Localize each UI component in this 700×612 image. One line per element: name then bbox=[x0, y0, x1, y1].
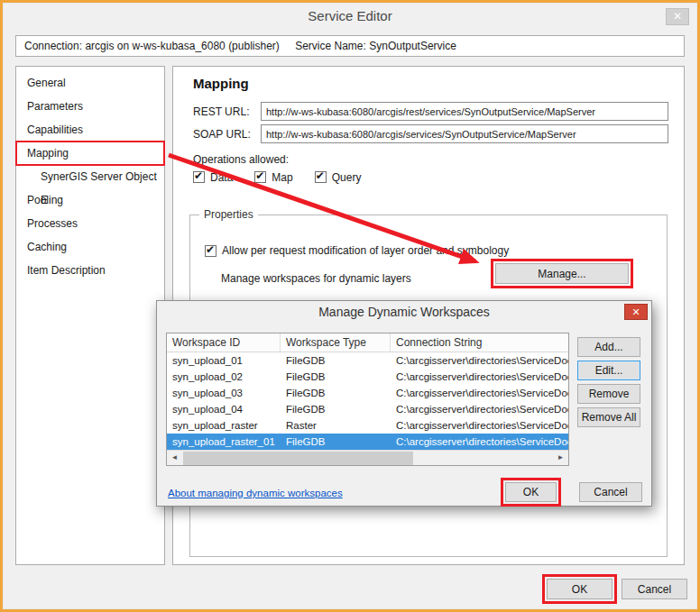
cell-connection-string: C:\arcgisserver\directories\ServiceDocum bbox=[391, 401, 568, 417]
cell-workspace-type: Raster bbox=[281, 417, 391, 434]
dialog-close-icon[interactable]: ✕ bbox=[624, 304, 648, 320]
map-checkbox-label: Map bbox=[272, 171, 292, 184]
sidebar-item-mapping[interactable]: Mapping bbox=[16, 142, 164, 165]
cancel-button[interactable]: Cancel bbox=[622, 579, 687, 599]
scroll-right-icon[interactable]: ► bbox=[553, 451, 568, 465]
cell-connection-string: C:\arcgisserver\directories\ServiceDocum bbox=[391, 434, 568, 450]
column-header-connection-string[interactable]: Connection String bbox=[391, 333, 568, 352]
titlebar: Service Editor ✕ bbox=[3, 3, 697, 32]
sidebar-item-item-description[interactable]: Item Description bbox=[16, 259, 164, 282]
manage-dynamic-workspaces-dialog: Manage Dynamic Workspaces ✕ Workspace ID… bbox=[156, 300, 652, 507]
cell-workspace-type: FileGDB bbox=[281, 385, 391, 401]
sidebar-item-caching[interactable]: Caching bbox=[16, 235, 164, 259]
manage-button[interactable]: Manage... bbox=[495, 263, 629, 284]
cell-workspace-id: syn_upload_01 bbox=[167, 352, 281, 369]
operation-query[interactable]: Query bbox=[315, 171, 362, 184]
manage-workspaces-label: Manage workspaces for dynamic layers bbox=[221, 272, 411, 285]
rest-url-label: REST URL: bbox=[193, 105, 249, 118]
page-title: Mapping bbox=[193, 76, 249, 91]
sidebar-item-synergis-server-object[interactable]: SynerGIS Server Object E bbox=[16, 165, 164, 188]
ok-button[interactable]: OK bbox=[547, 579, 612, 599]
connection-text: Connection: arcgis on w-ws-kubasa_6080 (… bbox=[24, 40, 280, 52]
service-name-text: Service Name: SynOutputService bbox=[295, 40, 456, 52]
rest-url-input[interactable] bbox=[261, 102, 668, 121]
soap-url-label: SOAP URL: bbox=[193, 128, 251, 141]
sidebar-item-parameters[interactable]: Parameters bbox=[16, 95, 164, 118]
dialog-ok-button[interactable]: OK bbox=[505, 482, 557, 502]
cell-connection-string: C:\arcgisserver\directories\ServiceDocum bbox=[391, 369, 568, 385]
operations-checkbox-row: Data Map Query bbox=[193, 171, 361, 184]
column-header-workspace-type[interactable]: Workspace Type bbox=[281, 333, 391, 352]
sidebar: General Parameters Capabilities Mapping … bbox=[15, 66, 165, 565]
dialog-title: Manage Dynamic Workspaces bbox=[157, 301, 651, 324]
table-row[interactable]: syn_upload_raster Raster C:\arcgisserver… bbox=[167, 417, 568, 434]
remove-all-button[interactable]: Remove All bbox=[577, 407, 640, 427]
window-title: Service Editor bbox=[308, 8, 391, 23]
sidebar-item-general[interactable]: General bbox=[16, 71, 164, 95]
cell-workspace-type: FileGDB bbox=[281, 434, 391, 450]
sidebar-item-capabilities[interactable]: Capabilities bbox=[16, 118, 164, 142]
table-row[interactable]: syn_upload_01 FileGDB C:\arcgisserver\di… bbox=[167, 352, 568, 369]
table-row[interactable]: syn_upload_03 FileGDB C:\arcgisserver\di… bbox=[167, 385, 568, 401]
connection-info-bar: Connection: arcgis on w-ws-kubasa_6080 (… bbox=[15, 35, 685, 57]
cell-workspace-id: syn_upload_raster bbox=[167, 417, 281, 434]
table-row[interactable]: syn_upload_04 FileGDB C:\arcgisserver\di… bbox=[167, 401, 568, 417]
table-row-selected[interactable]: syn_upload_raster_01 FileGDB C:\arcgisse… bbox=[167, 434, 568, 450]
add-button[interactable]: Add... bbox=[577, 337, 640, 357]
cell-workspace-id: syn_upload_03 bbox=[167, 385, 281, 401]
sidebar-item-processes[interactable]: Processes bbox=[16, 212, 164, 235]
cell-workspace-id: syn_upload_raster_01 bbox=[167, 434, 281, 450]
scrollbar-thumb[interactable] bbox=[183, 452, 413, 465]
query-checkbox[interactable] bbox=[315, 171, 327, 183]
dialog-cancel-button[interactable]: Cancel bbox=[579, 482, 642, 502]
sidebar-item-pooling[interactable]: Pooling bbox=[16, 188, 164, 212]
cell-connection-string: C:\arcgisserver\directories\ServiceDocum bbox=[391, 417, 568, 434]
about-dynamic-workspaces-link[interactable]: About managing dynamic workspaces bbox=[168, 488, 343, 498]
allow-modification-row[interactable]: Allow per request modification of layer … bbox=[205, 244, 509, 257]
service-editor-window: Service Editor ✕ Connection: arcgis on w… bbox=[0, 0, 700, 612]
column-header-workspace-id[interactable]: Workspace ID bbox=[167, 333, 281, 352]
operation-map[interactable]: Map bbox=[254, 171, 292, 184]
properties-legend: Properties bbox=[199, 208, 258, 221]
scroll-left-icon[interactable]: ◄ bbox=[167, 451, 182, 465]
close-icon[interactable]: ✕ bbox=[666, 8, 689, 25]
cell-workspace-type: FileGDB bbox=[281, 352, 391, 369]
horizontal-scrollbar[interactable]: ◄ ► bbox=[167, 450, 568, 465]
cell-workspace-type: FileGDB bbox=[281, 401, 391, 417]
remove-button[interactable]: Remove bbox=[577, 384, 640, 404]
operation-data[interactable]: Data bbox=[193, 171, 233, 184]
workspaces-table: Workspace ID Workspace Type Connection S… bbox=[166, 333, 569, 466]
query-checkbox-label: Query bbox=[332, 171, 362, 184]
data-checkbox[interactable] bbox=[193, 171, 205, 183]
operations-allowed-label: Operations allowed: bbox=[193, 153, 289, 166]
table-header-row: Workspace ID Workspace Type Connection S… bbox=[167, 333, 568, 352]
cell-workspace-id: syn_upload_04 bbox=[167, 401, 281, 417]
allow-modification-label: Allow per request modification of layer … bbox=[222, 244, 509, 257]
cell-connection-string: C:\arcgisserver\directories\ServiceDocum bbox=[391, 385, 568, 401]
allow-modification-checkbox[interactable] bbox=[205, 245, 216, 257]
soap-url-input[interactable] bbox=[261, 124, 668, 143]
data-checkbox-label: Data bbox=[210, 171, 233, 184]
map-checkbox[interactable] bbox=[254, 171, 266, 183]
cell-workspace-id: syn_upload_02 bbox=[167, 369, 281, 385]
cell-workspace-type: FileGDB bbox=[281, 369, 391, 385]
table-row[interactable]: syn_upload_02 FileGDB C:\arcgisserver\di… bbox=[167, 369, 568, 385]
cell-connection-string: C:\arcgisserver\directories\ServiceDocum bbox=[391, 352, 568, 369]
edit-button[interactable]: Edit... bbox=[577, 361, 640, 380]
